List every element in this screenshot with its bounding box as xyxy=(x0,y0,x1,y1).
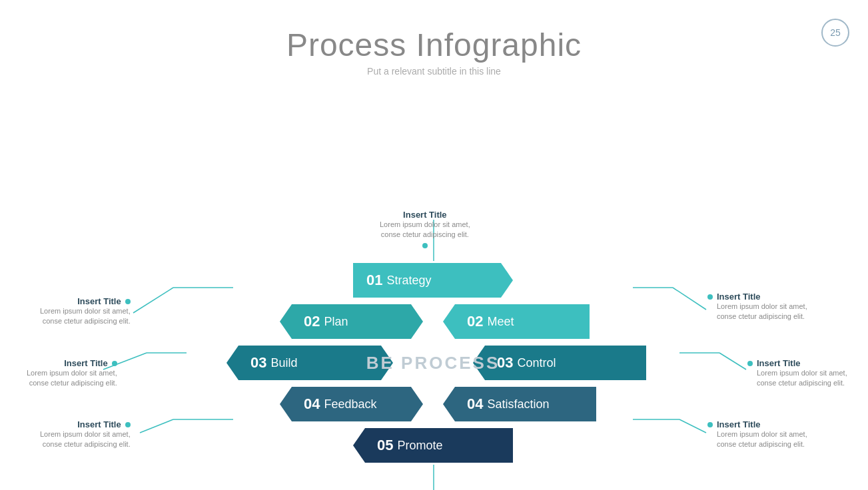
svg-line-6 xyxy=(140,419,173,433)
banner-04-feedback-label: Feedback xyxy=(324,397,376,411)
banner-02-meet: 02 Meet xyxy=(443,304,590,339)
banner-01-label: Strategy xyxy=(386,274,431,288)
left-ann-3-title: Insert Title xyxy=(77,419,121,429)
right-ann-1-dot xyxy=(707,294,713,300)
banner-04-satisfaction-label: Satisfaction xyxy=(487,397,549,411)
left-ann-1-body: Lorem ipsum dolor sit amet,conse ctetur … xyxy=(40,306,131,327)
banner-04-feedback: 04 Feedback xyxy=(280,387,423,421)
subtitle: Put a relevant subtitle in this line xyxy=(0,66,868,77)
right-ann-2-title: Insert Title xyxy=(757,358,801,368)
left-ann-1-title: Insert Title xyxy=(77,296,121,306)
banner-01-num: 01 xyxy=(366,272,382,289)
banner-01-strategy: 01 Strategy xyxy=(353,263,513,298)
left-annotation-2: Insert Title Lorem ipsum dolor sit amet,… xyxy=(27,358,117,389)
left-ann-2-dot xyxy=(112,361,117,366)
left-ann-2-body: Lorem ipsum dolor sit amet,conse ctetur … xyxy=(27,368,117,389)
right-ann-3-body: Lorem ipsum dolor sit amet,conse ctetur … xyxy=(707,429,807,450)
left-annotation-3: Insert Title Lorem ipsum dolor sit amet,… xyxy=(40,419,131,450)
banner-03-build-num: 03 xyxy=(250,354,266,371)
left-ann-1-dot xyxy=(125,299,131,304)
banner-05-promote: 05 Promote xyxy=(353,428,513,463)
banner-02-plan-label: Plan xyxy=(324,315,348,329)
banner-04-satisfaction: 04 Satisfaction xyxy=(443,387,596,421)
center-label: BE PROCESS xyxy=(333,353,533,373)
svg-line-12 xyxy=(679,419,706,433)
banner-02-meet-num: 02 xyxy=(467,313,483,330)
banner-05-label: Promote xyxy=(397,439,442,453)
right-annotation-1: Insert Title Lorem ipsum dolor sit amet,… xyxy=(707,292,807,322)
top-annotation: Insert Title Lorem ipsum dolor sit amet,… xyxy=(380,210,470,248)
right-annotation-3: Insert Title Lorem ipsum dolor sit amet,… xyxy=(707,419,807,450)
banner-04-satisfaction-num: 04 xyxy=(467,395,483,413)
banner-02-meet-label: Meet xyxy=(487,315,514,329)
banner-05-num: 05 xyxy=(377,437,393,454)
left-ann-3-body: Lorem ipsum dolor sit amet,conse ctetur … xyxy=(40,429,131,450)
banner-04-feedback-num: 04 xyxy=(304,395,320,413)
title-area: Process Infographic Put a relevant subti… xyxy=(0,27,868,77)
svg-line-2 xyxy=(133,288,173,313)
right-ann-3-dot xyxy=(707,422,713,427)
svg-line-8 xyxy=(673,288,706,310)
right-ann-1-body: Lorem ipsum dolor sit amet,conse ctetur … xyxy=(707,302,807,322)
right-ann-2-body: Lorem ipsum dolor sit amet,conse ctetur … xyxy=(747,368,847,389)
right-ann-1-title: Insert Title xyxy=(717,292,761,302)
right-ann-2-dot xyxy=(747,361,753,366)
right-annotation-2: Insert Title Lorem ipsum dolor sit amet,… xyxy=(747,358,847,389)
banner-02-plan: 02 Plan xyxy=(280,304,423,339)
left-annotation-1: Insert Title Lorem ipsum dolor sit amet,… xyxy=(40,296,131,327)
left-ann-2-title: Insert Title xyxy=(64,358,108,368)
infographic-container: Insert Title Lorem ipsum dolor sit amet,… xyxy=(0,107,868,479)
svg-line-10 xyxy=(719,353,746,369)
left-ann-3-dot xyxy=(125,422,131,427)
right-ann-3-title: Insert Title xyxy=(717,419,761,429)
top-dot xyxy=(422,243,428,248)
banner-03-build-label: Build xyxy=(270,356,297,370)
banner-02-plan-num: 02 xyxy=(304,313,320,330)
main-title: Process Infographic xyxy=(0,27,868,63)
